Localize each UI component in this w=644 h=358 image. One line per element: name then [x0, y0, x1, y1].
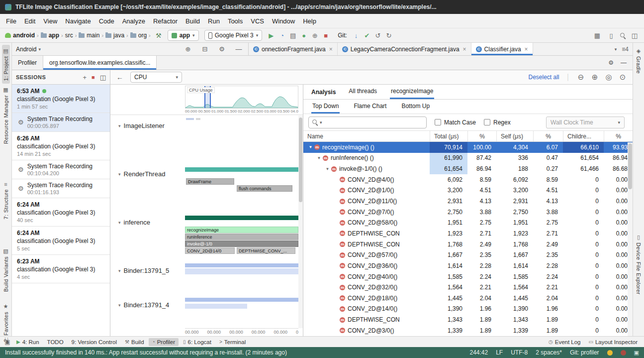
thread-row-imagelistener[interactable]: ▾ ImageListener — [110, 115, 303, 163]
collapse-arrow-icon[interactable]: ▾ — [118, 123, 121, 128]
profiler-title[interactable]: Profiler — [12, 56, 43, 70]
menu-run[interactable]: Run — [204, 15, 224, 27]
calltree-row[interactable]: mCONV_2D@4/0()6,0928.596,0928.5900.00 — [303, 174, 633, 185]
back-arrow-icon[interactable]: ← — [116, 73, 123, 81]
scrollbar-thumb[interactable] — [299, 118, 302, 202]
session-item[interactable]: 6:53 AMclassification (Google Pixel 3)1 … — [12, 85, 110, 113]
cpu-usage-chart[interactable]: CPU Usage 00.00000.50001.00001.50002.000… — [110, 85, 303, 115]
status-message[interactable]: Install successfully finished in 140 ms.… — [5, 349, 461, 356]
column-total[interactable]: Total (μs) — [430, 131, 467, 141]
tab-bottom-up[interactable]: Bottom Up — [400, 100, 431, 114]
chevron-down-icon[interactable]: ▾ — [320, 120, 322, 125]
calltree-row[interactable]: mCONV_2D@32/0()1,5642.211,5642.2100.00 — [303, 282, 633, 293]
tool-stripe-7-structure[interactable]: ≡7: Structure — [2, 178, 10, 222]
calltree-row[interactable]: mCONV_2D@1/0()3,2004.513,2004.5100.00 — [303, 185, 633, 196]
zoom-to-selection-icon[interactable]: ⊙ — [619, 73, 627, 81]
breadcrumb-java[interactable]: java — [104, 32, 125, 39]
column-self-pct[interactable]: % — [533, 131, 563, 141]
menu-refactor[interactable]: Refactor — [149, 15, 182, 27]
expand-arrow-icon[interactable]: ▼ — [307, 145, 314, 149]
match-case-checkbox[interactable]: Match Case — [435, 119, 476, 126]
session-item[interactable]: 6:24 AMclassification (Google Pixel 3)40… — [12, 198, 110, 227]
calltree-row[interactable]: mCONV_2D@7/0()2,7503.882,7503.8800.00 — [303, 207, 633, 218]
calltree-row[interactable]: mCONV_2D@3/0()1,3391.891,3391.8900.00 — [303, 325, 633, 336]
scrollbar-thumb[interactable] — [628, 143, 632, 189]
calltree-row[interactable]: mDEPTHWISE_CON1,3431.891,3431.8900.00 — [303, 314, 633, 325]
debug-bug-button[interactable]: ● — [298, 30, 309, 41]
thread-label[interactable]: ▾ RenderThread — [110, 170, 185, 178]
toolwindow-button-layout-inspector[interactable]: ▭Layout Inspector — [585, 338, 641, 346]
collapse-arrow-icon[interactable]: ▾ — [118, 220, 121, 225]
collapse-arrow-icon[interactable]: ▾ — [118, 268, 121, 273]
toolwindow-button-6-logcat[interactable]: ▯6: Logcat — [180, 338, 215, 346]
collapse-arrow-icon[interactable]: ▾ — [118, 172, 121, 177]
breadcrumb-org[interactable]: org — [129, 32, 148, 39]
column-children-pct[interactable]: % — [604, 131, 633, 141]
zoom-in-icon[interactable]: ⊕ — [591, 73, 599, 81]
toolwindow-button-event-log[interactable]: ◷Event Log — [545, 338, 584, 346]
search-input[interactable] — [324, 119, 423, 126]
thread-label[interactable]: ▾ inference — [110, 219, 185, 226]
toolwindow-button-terminal[interactable]: >Terminal — [216, 338, 249, 346]
hidden-tabs-button[interactable]: ≡4 — [622, 46, 629, 53]
tool-stripe-resource-manager[interactable]: ▦Resource Manager — [2, 84, 10, 147]
settings-gear-icon[interactable]: ⚙ — [216, 44, 227, 55]
thread-track[interactable] — [185, 115, 298, 163]
calltree-row[interactable]: mCONV_2D@18/0()1,4452.041,4452.0400.00 — [303, 293, 633, 304]
column-children[interactable]: Childre... — [563, 131, 604, 141]
tool-stripe-gradle[interactable]: ◈Gradle — [635, 45, 643, 77]
thread-track[interactable]: recognizeImage runInference invoke@-1/0 … — [185, 212, 298, 260]
menu-edit[interactable]: Edit — [20, 15, 39, 27]
calltree-row[interactable]: mCONV_2D@58/0()1,9512.751,9512.7500.00 — [303, 217, 633, 228]
calltree-row[interactable]: mCONV_2D@14/0()1,3901.961,3901.9600.00 — [303, 304, 633, 315]
menu-file[interactable]: File — [2, 15, 20, 27]
expand-arrow-icon[interactable]: ▼ — [316, 156, 322, 160]
close-tab-icon[interactable]: × — [329, 46, 333, 53]
trace-event-chip[interactable]: flush commands — [237, 185, 292, 192]
close-tab-icon[interactable]: × — [525, 46, 528, 53]
session-item[interactable]: 6:26 AMclassification (Google Pixel 3)14… — [12, 132, 110, 160]
collapse-arrow-icon[interactable]: ▾ — [118, 303, 121, 308]
expand-arrow-icon[interactable]: ▼ — [324, 167, 331, 171]
git-rollback-button[interactable]: ↺ — [372, 30, 383, 41]
layout-inspector-button[interactable]: ▦ — [592, 30, 603, 41]
toolwindow-button-build[interactable]: ⚒Build — [121, 338, 148, 346]
breadcrumb-src[interactable]: src — [64, 32, 74, 39]
menu-vcs[interactable]: VCS — [247, 15, 268, 27]
search-everywhere-button[interactable] — [620, 32, 626, 39]
tool-stripe-1-project[interactable]: ▤1: Project — [2, 45, 10, 84]
toolwindow-button-todo[interactable]: TODO — [44, 338, 67, 346]
menu-view[interactable]: View — [39, 15, 61, 27]
status-widget-2-spaces[interactable]: 2 spaces* — [536, 349, 562, 356]
status-red-icon[interactable] — [621, 350, 626, 356]
breadcrumb-main[interactable]: main — [78, 32, 100, 39]
menu-window[interactable]: Window — [268, 15, 299, 27]
thread-track[interactable]: DrawFrame flush commands — [185, 163, 298, 212]
hide-panel-icon[interactable]: — — [233, 44, 244, 55]
stop-button[interactable]: ■ — [320, 30, 331, 41]
calltree-row[interactable]: mCONV_2D@11/0()2,9314.132,9314.1300.00 — [303, 196, 633, 207]
thread-label[interactable]: ▾ Binder:13791_4 — [110, 301, 185, 309]
calltree-row[interactable]: mDEPTHWISE_CON1,7682.491,7682.4900.00 — [303, 239, 633, 250]
timeline-scrollbar[interactable] — [298, 116, 303, 328]
status-widget-244-42[interactable]: 244:42 — [469, 349, 488, 356]
session-item[interactable]: 6:24 AMclassification (Google Pixel 3)5 … — [12, 227, 110, 255]
calltree-row[interactable]: ▼mrunInference() ()61,99087.423360.4761,… — [303, 153, 633, 164]
stop-recording-icon[interactable]: ■ — [92, 74, 95, 80]
trace-event-chip[interactable]: runInference — [185, 234, 298, 240]
expand-sessions-icon[interactable]: ◫ — [100, 74, 106, 81]
menu-tools[interactable]: Tools — [224, 15, 247, 27]
coverage-button[interactable]: ▤ — [287, 30, 298, 41]
regex-checkbox[interactable]: Regex — [484, 119, 511, 126]
trace-event-chip[interactable]: recognizeImage — [185, 227, 298, 233]
editor-tab-onnectionfragment-java[interactable]: ConnectionFragment.java× — [249, 43, 338, 55]
editor-tab-classifier-java[interactable]: CClassifier.java× — [471, 43, 533, 55]
menu-navigate[interactable]: Navigate — [61, 15, 94, 27]
menu-analyze[interactable]: Analyze — [118, 15, 149, 27]
clock-type-select[interactable]: Wall Clock Time ▾ — [546, 117, 625, 128]
git-commit-button[interactable]: ✔ — [362, 30, 372, 41]
search-field[interactable]: ▾ — [308, 117, 427, 128]
status-widget-lf[interactable]: LF — [496, 349, 503, 356]
tab-all-threads[interactable]: All threads — [348, 85, 378, 99]
tab-top-down[interactable]: Top Down — [311, 100, 340, 114]
